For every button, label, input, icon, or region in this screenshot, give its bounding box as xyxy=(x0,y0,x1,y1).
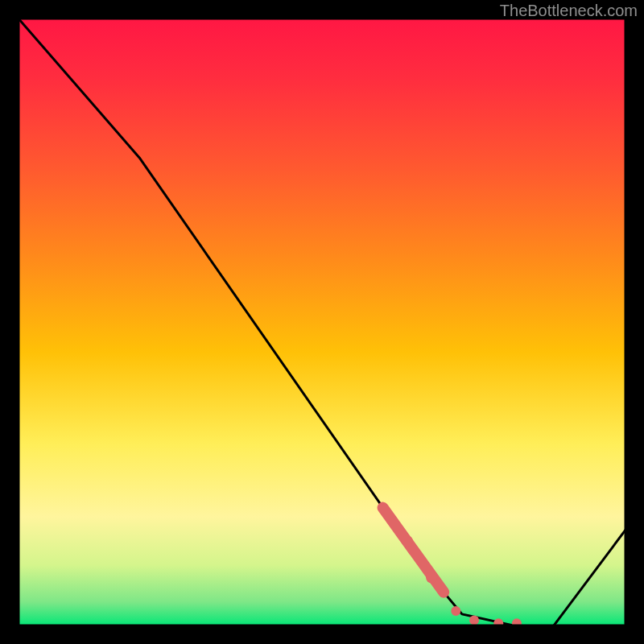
plot-frame xyxy=(18,18,626,626)
highlight-dot xyxy=(469,615,479,625)
highlight-dot xyxy=(402,535,413,547)
highlight-dot xyxy=(426,572,437,584)
highlight-dot xyxy=(451,606,460,616)
chart-container: TheBottleneck.com xyxy=(0,0,644,644)
gradient-background xyxy=(18,18,626,626)
chart-svg xyxy=(18,18,626,626)
watermark-text: TheBottleneck.com xyxy=(500,2,638,20)
